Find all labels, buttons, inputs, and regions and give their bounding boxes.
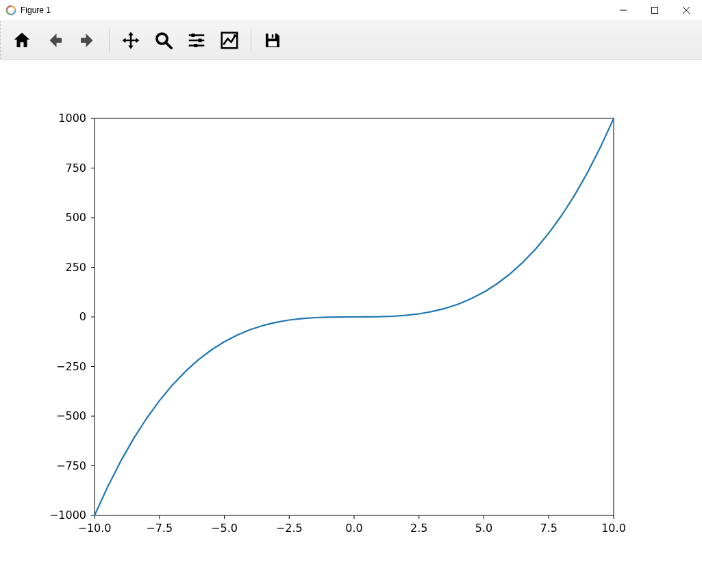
svg-text:1000: 1000	[58, 112, 86, 125]
pan-button[interactable]	[118, 27, 144, 53]
svg-text:−500: −500	[56, 409, 86, 422]
svg-rect-15	[272, 34, 274, 38]
window-title: Figure 1	[21, 5, 51, 15]
separator	[251, 29, 251, 52]
zoom-button[interactable]	[151, 27, 177, 53]
svg-text:−5.0: −5.0	[211, 522, 238, 535]
save-button[interactable]	[260, 27, 286, 53]
line-chart: −10.0−7.5−5.0−2.50.02.55.07.510.0−1000−7…	[0, 60, 702, 588]
separator	[109, 29, 110, 52]
configure-subplots-button[interactable]	[184, 27, 210, 53]
svg-text:0.0: 0.0	[345, 522, 362, 535]
svg-text:10.0: 10.0	[601, 522, 626, 535]
svg-rect-10	[199, 39, 202, 42]
nav-toolbar	[0, 21, 702, 60]
svg-rect-8	[192, 34, 195, 37]
minimize-button[interactable]	[607, 0, 639, 21]
close-button[interactable]	[670, 0, 702, 21]
svg-text:7.5: 7.5	[540, 522, 557, 535]
svg-rect-12	[194, 44, 197, 47]
svg-text:−250: −250	[56, 360, 86, 373]
svg-text:500: 500	[65, 211, 86, 224]
app-icon	[5, 5, 16, 16]
window-titlebar: Figure 1	[0, 0, 702, 21]
svg-text:−2.5: −2.5	[276, 522, 303, 535]
svg-line-6	[166, 43, 172, 49]
svg-text:750: 750	[65, 162, 86, 175]
svg-text:−10.0: −10.0	[77, 522, 111, 535]
svg-text:5.0: 5.0	[475, 522, 492, 535]
svg-text:250: 250	[65, 261, 86, 274]
maximize-button[interactable]	[639, 0, 670, 21]
svg-text:−7.5: −7.5	[146, 522, 173, 535]
svg-text:−1000: −1000	[49, 509, 86, 522]
svg-text:0: 0	[79, 310, 86, 323]
edit-axes-button[interactable]	[216, 27, 242, 53]
svg-rect-16	[268, 41, 277, 47]
svg-text:−750: −750	[56, 459, 86, 472]
svg-rect-2	[652, 8, 658, 14]
back-button[interactable]	[42, 27, 68, 53]
svg-text:2.5: 2.5	[410, 522, 427, 535]
home-button[interactable]	[9, 27, 35, 53]
forward-button[interactable]	[75, 27, 101, 53]
figure-canvas[interactable]: −10.0−7.5−5.0−2.50.02.55.07.510.0−1000−7…	[0, 60, 702, 588]
